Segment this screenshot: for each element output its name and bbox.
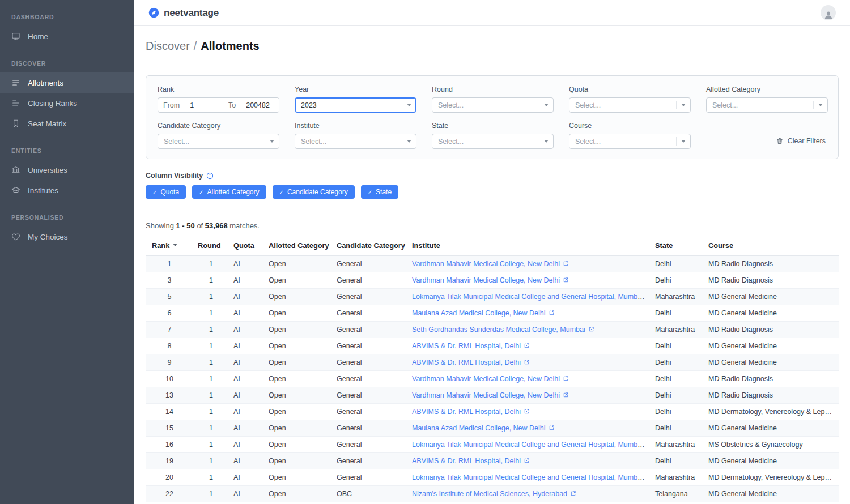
sidebar-item-universities[interactable]: Universities <box>0 160 134 180</box>
cell-candidate-category: General <box>332 437 407 453</box>
header-institute: Institute <box>407 236 651 256</box>
cell-allotted-category: Open <box>264 354 332 371</box>
external-link-icon <box>549 425 555 431</box>
sidebar-item-home[interactable]: Home <box>0 26 134 46</box>
rank-from-input[interactable] <box>185 98 223 112</box>
header-round: Round <box>193 236 229 256</box>
institute-link[interactable]: Vardhman Mahavir Medical College, New De… <box>412 276 569 284</box>
state-select[interactable]: Select... <box>432 134 554 149</box>
clear-filters-button[interactable]: Clear Filters <box>775 134 827 148</box>
results-table-body: 11AIOpenGeneralVardhman Mahavir Medical … <box>146 256 839 502</box>
cell-course: MD General Medicine <box>704 486 839 502</box>
external-link-icon <box>563 260 569 267</box>
institute-link[interactable]: Maulana Azad Medical College, New Delhi <box>412 309 555 317</box>
header-allotted-category: Allotted Category <box>264 236 332 256</box>
table-row: 11AIOpenGeneralVardhman Mahavir Medical … <box>146 256 839 272</box>
allotted-category-select[interactable]: Select... <box>706 97 828 113</box>
cell-quota: AI <box>229 453 264 469</box>
check-icon: ✓ <box>152 189 157 195</box>
institute-link[interactable]: ABVIMS & Dr. RML Hospital, Delhi <box>412 358 530 366</box>
quota-filter: Quota Select... <box>569 86 691 113</box>
header-state: State <box>651 236 704 256</box>
header-rank[interactable]: Rank <box>146 236 193 256</box>
cell-quota: AI <box>229 305 264 322</box>
cell-quota: AI <box>229 272 264 289</box>
brand-name: neetvantage <box>164 7 219 19</box>
breadcrumb-section[interactable]: Discover <box>146 40 190 52</box>
column-pill-state[interactable]: ✓State <box>361 185 398 199</box>
quota-select[interactable]: Select... <box>569 97 691 113</box>
sidebar-item-allotments[interactable]: Allotments <box>0 72 134 93</box>
institute-link[interactable]: ABVIMS & Dr. RML Hospital, Delhi <box>412 408 530 416</box>
institute-link[interactable]: Nizam's Institute of Medical Sciences, H… <box>412 490 576 498</box>
allotments-icon <box>11 78 20 87</box>
cell-candidate-category: General <box>332 371 407 387</box>
cell-candidate-category: General <box>332 322 407 338</box>
column-pill-quota[interactable]: ✓Quota <box>146 185 186 199</box>
cell-round: 1 <box>193 272 229 289</box>
sidebar-item-closing-ranks[interactable]: Closing Ranks <box>0 93 134 113</box>
cell-quota: AI <box>229 338 264 354</box>
institute-link[interactable]: Vardhman Mahavir Medical College, New De… <box>412 260 569 268</box>
table-row: 151AIOpenGeneralMaulana Azad Medical Col… <box>146 420 839 437</box>
candidate-category-filter-label: Candidate Category <box>158 122 279 130</box>
results-range: 1 - 50 <box>176 221 195 230</box>
round-select[interactable]: Select... <box>432 97 554 113</box>
chevron-down-icon <box>407 140 411 145</box>
cell-allotted-category: Open <box>264 453 332 469</box>
year-select[interactable]: 2023 <box>295 97 416 113</box>
column-pill-candidate-category[interactable]: ✓Candidate Category <box>273 185 355 199</box>
sidebar-item-seat-matrix[interactable]: Seat Matrix <box>0 113 134 134</box>
cell-allotted-category: Open <box>264 289 332 305</box>
cell-round: 1 <box>193 354 229 371</box>
institute-link[interactable]: ABVIMS & Dr. RML Hospital, Delhi <box>412 342 530 350</box>
external-link-icon <box>563 375 569 382</box>
external-link-icon <box>524 408 530 415</box>
cell-candidate-category: General <box>332 404 407 420</box>
cell-allotted-category: Open <box>264 338 332 354</box>
sidebar-section-heading: PERSONALISED <box>0 214 134 221</box>
institute-link[interactable]: Lokmanya Tilak Municipal Medical College… <box>412 441 651 449</box>
cell-rank: 7 <box>146 322 193 338</box>
round-select-placeholder: Select... <box>438 101 539 109</box>
course-select[interactable]: Select... <box>569 134 691 149</box>
user-avatar[interactable] <box>821 5 836 20</box>
institute-link[interactable]: Maulana Azad Medical College, New Delhi <box>412 424 555 432</box>
external-link-icon <box>570 490 576 497</box>
chevron-down-icon <box>407 104 411 109</box>
state-select-placeholder: Select... <box>438 138 539 146</box>
rank-to-label: To <box>223 101 241 109</box>
brand[interactable]: neetvantage <box>148 7 219 19</box>
sidebar-item-institutes[interactable]: Institutes <box>0 180 134 200</box>
institute-link[interactable]: Lokmanya Tilak Municipal Medical College… <box>412 293 651 301</box>
institute-link[interactable]: Vardhman Mahavir Medical College, New De… <box>412 391 569 399</box>
year-filter: Year 2023 <box>295 86 416 113</box>
candidate-category-select[interactable]: Select... <box>158 134 279 149</box>
institute-link[interactable]: Seth Gordhandas Sunderdas Medical Colleg… <box>412 326 594 334</box>
column-visibility-label: Column Visibility <box>146 172 203 180</box>
cell-allotted-category: Open <box>264 272 332 289</box>
institute-link[interactable]: Lokmanya Tilak Municipal Medical College… <box>412 473 651 481</box>
institute-link[interactable]: Vardhman Mahavir Medical College, New De… <box>412 375 569 383</box>
cell-state: Delhi <box>651 272 704 289</box>
quota-filter-label: Quota <box>569 86 691 93</box>
cell-rank: 10 <box>146 371 193 387</box>
sidebar-item-my-choices[interactable]: My Choices <box>0 227 134 247</box>
cell-course: MD Dermatology, Venereology & Leprosy <box>704 469 839 486</box>
institute-link[interactable]: ABVIMS & Dr. RML Hospital, Delhi <box>412 457 530 465</box>
column-pill-allotted-category[interactable]: ✓Allotted Category <box>192 185 266 199</box>
rank-to-input[interactable] <box>241 98 279 112</box>
brand-logo-icon <box>148 7 159 18</box>
cell-allotted-category: Open <box>264 420 332 437</box>
cell-rank: 3 <box>146 272 193 289</box>
cell-rank: 5 <box>146 289 193 305</box>
table-row: 101AIOpenGeneralVardhman Mahavir Medical… <box>146 371 839 387</box>
cell-course: MD General Medicine <box>704 453 839 469</box>
institute-select[interactable]: Select... <box>295 134 416 149</box>
sidebar-item-label: Home <box>28 32 48 41</box>
chevron-down-icon <box>544 104 549 109</box>
cell-candidate-category: General <box>332 256 407 272</box>
cell-state: Maharashtra <box>651 437 704 453</box>
external-link-icon <box>646 441 651 447</box>
info-icon[interactable] <box>206 172 214 180</box>
